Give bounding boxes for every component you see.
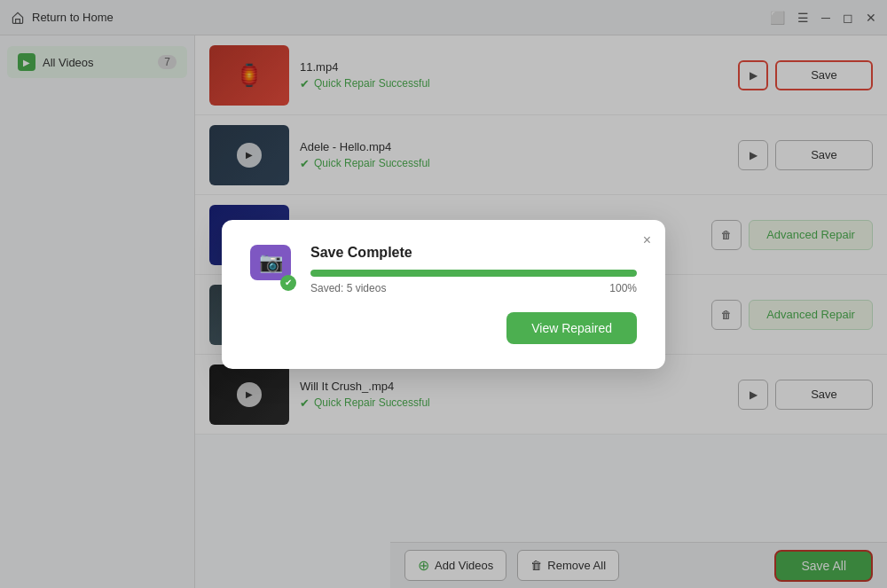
camera-glyph: 📷 (259, 251, 283, 274)
saved-text: Saved: 5 videos (310, 282, 386, 294)
success-badge-icon: ✔ (280, 275, 296, 291)
progress-bar-container (310, 270, 637, 277)
progress-bar-fill (310, 270, 637, 277)
modal-title-area: Save Complete Saved: 5 videos 100% (310, 245, 637, 294)
modal-footer: View Repaired (250, 312, 637, 344)
modal-overlay: × 📷 ✔ Save Complete Saved: 5 videos 100% (0, 0, 887, 588)
modal-icon: 📷 ✔ (250, 245, 296, 291)
save-complete-modal: × 📷 ✔ Save Complete Saved: 5 videos 100% (222, 220, 665, 369)
modal-close-button[interactable]: × (643, 232, 651, 248)
progress-percent: 100% (609, 282, 637, 294)
progress-info: Saved: 5 videos 100% (310, 282, 637, 294)
modal-header: 📷 ✔ Save Complete Saved: 5 videos 100% (250, 245, 637, 294)
view-repaired-button[interactable]: View Repaired (506, 312, 637, 344)
modal-title: Save Complete (310, 245, 637, 261)
